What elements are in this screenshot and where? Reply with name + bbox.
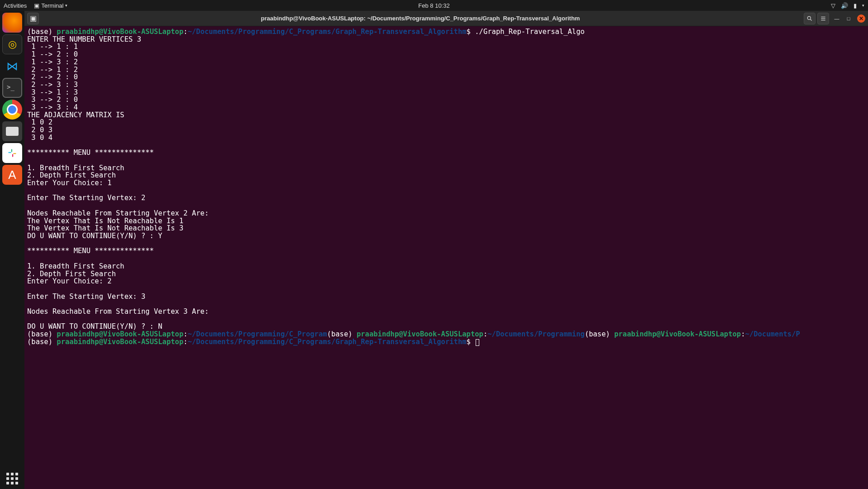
terminal-window: ▣ praabindhp@VivoBook-ASUSLaptop: ~/Docu… (24, 11, 868, 489)
prompt-path: ~/Documents/Programming/C_Programs/Graph… (188, 28, 467, 36)
prompt-env: (base) (27, 28, 57, 36)
search-icon (806, 15, 813, 22)
terminal-topbar-icon: ▣ (34, 2, 39, 9)
svg-rect-3 (12, 154, 13, 157)
svg-rect-2 (13, 153, 16, 154)
search-button[interactable] (804, 13, 816, 24)
dock-slack-icon[interactable] (2, 143, 22, 163)
svg-line-5 (811, 19, 812, 20)
prompt-userhost: praabindhp@VivoBook-ASUSLaptop (57, 28, 183, 36)
minimize-button[interactable]: — (834, 15, 840, 22)
system-menu-chevron-icon[interactable]: ▾ (862, 3, 864, 8)
dock-chrome-icon[interactable] (2, 100, 22, 120)
dock-firefox-icon[interactable] (2, 13, 22, 33)
show-applications-icon[interactable] (6, 473, 18, 484)
hamburger-icon (820, 15, 826, 22)
dock-rhythmbox-icon[interactable]: ◎ (2, 34, 22, 54)
app-menu-label: Terminal (41, 2, 63, 9)
chevron-down-icon: ▾ (65, 3, 67, 8)
svg-rect-0 (8, 152, 11, 153)
close-button[interactable]: ✕ (857, 14, 865, 23)
dock: ◎ ⋈ A (0, 11, 24, 489)
hamburger-menu-button[interactable] (817, 13, 829, 24)
dock-files-icon[interactable] (2, 121, 22, 141)
new-tab-button[interactable]: ▣ (27, 13, 39, 24)
svg-point-4 (807, 16, 811, 19)
window-titlebar: ▣ praabindhp@VivoBook-ASUSLaptop: ~/Docu… (24, 11, 868, 26)
network-icon[interactable]: ▽ (831, 2, 835, 9)
dock-software-icon[interactable]: A (2, 165, 22, 185)
terminal-output[interactable]: (base) praabindhp@VivoBook-ASUSLaptop:~/… (24, 26, 868, 489)
window-title: praabindhp@VivoBook-ASUSLaptop: ~/Docume… (39, 15, 802, 22)
command-text: ./Graph_Rep-Traversal_Algo (475, 28, 585, 36)
app-menu[interactable]: ▣ Terminal ▾ (34, 2, 67, 9)
maximize-button[interactable]: □ (845, 15, 852, 22)
clock[interactable]: Feb 8 10:32 (418, 2, 449, 9)
system-topbar: Activities ▣ Terminal ▾ Feb 8 10:32 ▽ 🔊 … (0, 0, 868, 11)
dock-terminal-icon[interactable] (2, 78, 22, 98)
cursor (476, 339, 479, 346)
volume-icon[interactable]: 🔊 (841, 2, 848, 9)
battery-icon[interactable]: ▮ (854, 2, 857, 9)
svg-rect-1 (11, 149, 12, 152)
dock-vscode-icon[interactable]: ⋈ (2, 56, 22, 76)
activities-button[interactable]: Activities (4, 2, 27, 9)
